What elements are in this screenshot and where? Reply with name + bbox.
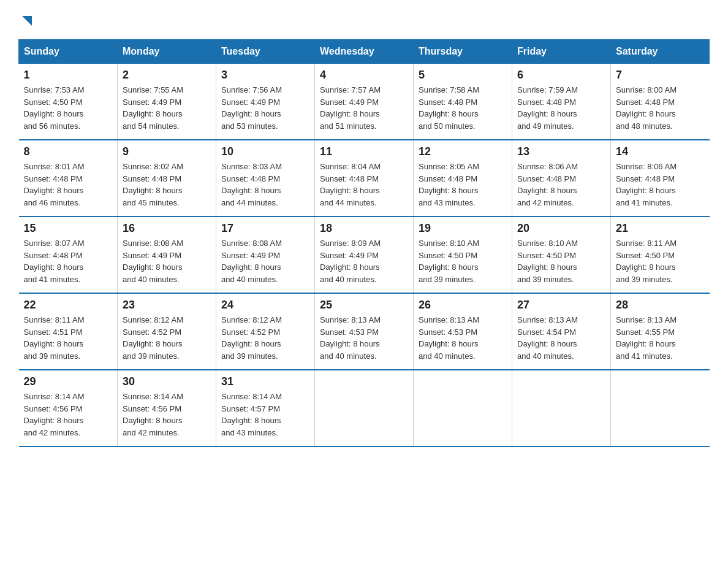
day-number: 4 — [320, 69, 408, 82]
calendar-cell: 22Sunrise: 8:11 AM Sunset: 4:51 PM Dayli… — [19, 293, 118, 370]
day-number: 13 — [517, 145, 605, 158]
calendar-cell: 5Sunrise: 7:58 AM Sunset: 4:48 PM Daylig… — [414, 64, 512, 140]
day-number: 6 — [517, 69, 605, 82]
calendar-cell: 2Sunrise: 7:55 AM Sunset: 4:49 PM Daylig… — [118, 64, 216, 140]
calendar-cell: 25Sunrise: 8:13 AM Sunset: 4:53 PM Dayli… — [315, 293, 414, 370]
day-info: Sunrise: 8:01 AM Sunset: 4:48 PM Dayligh… — [24, 161, 113, 209]
calendar-header-monday: Monday — [118, 40, 216, 64]
calendar-cell: 21Sunrise: 8:11 AM Sunset: 4:50 PM Dayli… — [611, 216, 710, 293]
calendar-week-row: 15Sunrise: 8:07 AM Sunset: 4:48 PM Dayli… — [19, 216, 710, 293]
day-info: Sunrise: 8:03 AM Sunset: 4:48 PM Dayligh… — [221, 161, 309, 209]
day-number: 25 — [320, 299, 408, 312]
day-info: Sunrise: 8:08 AM Sunset: 4:49 PM Dayligh… — [123, 237, 211, 285]
calendar-cell: 16Sunrise: 8:08 AM Sunset: 4:49 PM Dayli… — [118, 216, 216, 293]
calendar-header-wednesday: Wednesday — [315, 40, 414, 64]
calendar-cell: 29Sunrise: 8:14 AM Sunset: 4:56 PM Dayli… — [19, 370, 118, 446]
calendar-cell: 15Sunrise: 8:07 AM Sunset: 4:48 PM Dayli… — [19, 216, 118, 293]
calendar-header-thursday: Thursday — [414, 40, 512, 64]
day-info: Sunrise: 8:11 AM Sunset: 4:51 PM Dayligh… — [24, 314, 113, 362]
day-info: Sunrise: 8:12 AM Sunset: 4:52 PM Dayligh… — [221, 314, 309, 362]
calendar-cell: 26Sunrise: 8:13 AM Sunset: 4:53 PM Dayli… — [414, 293, 512, 370]
day-number: 30 — [123, 375, 211, 388]
day-number: 26 — [419, 299, 507, 312]
day-number: 9 — [123, 145, 211, 158]
day-info: Sunrise: 8:09 AM Sunset: 4:49 PM Dayligh… — [320, 237, 408, 285]
day-info: Sunrise: 8:10 AM Sunset: 4:50 PM Dayligh… — [517, 237, 605, 285]
day-number: 3 — [221, 69, 309, 82]
day-number: 16 — [123, 222, 211, 235]
calendar-cell: 8Sunrise: 8:01 AM Sunset: 4:48 PM Daylig… — [19, 140, 118, 216]
day-info: Sunrise: 7:57 AM Sunset: 4:49 PM Dayligh… — [320, 84, 408, 132]
day-info: Sunrise: 8:12 AM Sunset: 4:52 PM Dayligh… — [123, 314, 211, 362]
calendar-cell: 18Sunrise: 8:09 AM Sunset: 4:49 PM Dayli… — [315, 216, 414, 293]
calendar-cell — [512, 370, 611, 446]
day-info: Sunrise: 7:58 AM Sunset: 4:48 PM Dayligh… — [419, 84, 507, 132]
calendar-cell: 30Sunrise: 8:14 AM Sunset: 4:56 PM Dayli… — [118, 370, 216, 446]
logo — [18, 12, 33, 27]
day-info: Sunrise: 8:07 AM Sunset: 4:48 PM Dayligh… — [24, 237, 113, 285]
day-number: 17 — [221, 222, 309, 235]
day-number: 31 — [221, 375, 309, 388]
calendar-cell — [315, 370, 414, 446]
day-info: Sunrise: 8:05 AM Sunset: 4:48 PM Dayligh… — [419, 161, 507, 209]
calendar-cell — [414, 370, 512, 446]
day-info: Sunrise: 8:08 AM Sunset: 4:49 PM Dayligh… — [221, 237, 309, 285]
calendar-week-row: 1Sunrise: 7:53 AM Sunset: 4:50 PM Daylig… — [19, 64, 710, 140]
calendar-cell: 24Sunrise: 8:12 AM Sunset: 4:52 PM Dayli… — [216, 293, 315, 370]
day-info: Sunrise: 7:55 AM Sunset: 4:49 PM Dayligh… — [123, 84, 211, 132]
svg-marker-0 — [22, 16, 32, 26]
day-info: Sunrise: 7:56 AM Sunset: 4:49 PM Dayligh… — [221, 84, 309, 132]
calendar-cell: 19Sunrise: 8:10 AM Sunset: 4:50 PM Dayli… — [414, 216, 512, 293]
day-number: 15 — [24, 222, 113, 235]
day-number: 19 — [419, 222, 507, 235]
calendar-cell: 14Sunrise: 8:06 AM Sunset: 4:48 PM Dayli… — [611, 140, 710, 216]
day-number: 21 — [616, 222, 705, 235]
calendar-week-row: 29Sunrise: 8:14 AM Sunset: 4:56 PM Dayli… — [19, 370, 710, 446]
calendar-header-tuesday: Tuesday — [216, 40, 315, 64]
day-number: 2 — [123, 69, 211, 82]
page-header — [18, 12, 710, 27]
calendar-cell: 9Sunrise: 8:02 AM Sunset: 4:48 PM Daylig… — [118, 140, 216, 216]
calendar-cell: 28Sunrise: 8:13 AM Sunset: 4:55 PM Dayli… — [611, 293, 710, 370]
day-info: Sunrise: 8:13 AM Sunset: 4:53 PM Dayligh… — [320, 314, 408, 362]
calendar-cell: 27Sunrise: 8:13 AM Sunset: 4:54 PM Dayli… — [512, 293, 611, 370]
calendar-cell: 17Sunrise: 8:08 AM Sunset: 4:49 PM Dayli… — [216, 216, 315, 293]
day-info: Sunrise: 8:13 AM Sunset: 4:55 PM Dayligh… — [616, 314, 705, 362]
calendar-header-sunday: Sunday — [19, 40, 118, 64]
day-number: 5 — [419, 69, 507, 82]
day-info: Sunrise: 8:06 AM Sunset: 4:48 PM Dayligh… — [616, 161, 705, 209]
day-info: Sunrise: 7:53 AM Sunset: 4:50 PM Dayligh… — [24, 84, 113, 132]
calendar-cell: 23Sunrise: 8:12 AM Sunset: 4:52 PM Dayli… — [118, 293, 216, 370]
calendar-cell: 7Sunrise: 8:00 AM Sunset: 4:48 PM Daylig… — [611, 64, 710, 140]
calendar-cell: 10Sunrise: 8:03 AM Sunset: 4:48 PM Dayli… — [216, 140, 315, 216]
day-info: Sunrise: 8:11 AM Sunset: 4:50 PM Dayligh… — [616, 237, 705, 285]
calendar-cell: 12Sunrise: 8:05 AM Sunset: 4:48 PM Dayli… — [414, 140, 512, 216]
day-number: 18 — [320, 222, 408, 235]
calendar-header-row: SundayMondayTuesdayWednesdayThursdayFrid… — [19, 40, 710, 64]
calendar-week-row: 22Sunrise: 8:11 AM Sunset: 4:51 PM Dayli… — [19, 293, 710, 370]
day-number: 14 — [616, 145, 705, 158]
day-info: Sunrise: 8:02 AM Sunset: 4:48 PM Dayligh… — [123, 161, 211, 209]
calendar-cell: 11Sunrise: 8:04 AM Sunset: 4:48 PM Dayli… — [315, 140, 414, 216]
calendar-cell — [611, 370, 710, 446]
calendar-header-friday: Friday — [512, 40, 611, 64]
calendar-header-saturday: Saturday — [611, 40, 710, 64]
day-info: Sunrise: 8:14 AM Sunset: 4:56 PM Dayligh… — [123, 391, 211, 439]
day-number: 11 — [320, 145, 408, 158]
day-number: 29 — [24, 375, 113, 388]
calendar-cell: 3Sunrise: 7:56 AM Sunset: 4:49 PM Daylig… — [216, 64, 315, 140]
calendar-week-row: 8Sunrise: 8:01 AM Sunset: 4:48 PM Daylig… — [19, 140, 710, 216]
logo-triangle-icon — [20, 13, 33, 27]
calendar-cell: 13Sunrise: 8:06 AM Sunset: 4:48 PM Dayli… — [512, 140, 611, 216]
day-info: Sunrise: 8:14 AM Sunset: 4:57 PM Dayligh… — [221, 391, 309, 439]
calendar-cell: 20Sunrise: 8:10 AM Sunset: 4:50 PM Dayli… — [512, 216, 611, 293]
day-number: 20 — [517, 222, 605, 235]
day-number: 22 — [24, 299, 113, 312]
day-info: Sunrise: 8:06 AM Sunset: 4:48 PM Dayligh… — [517, 161, 605, 209]
day-number: 12 — [419, 145, 507, 158]
day-info: Sunrise: 8:13 AM Sunset: 4:54 PM Dayligh… — [517, 314, 605, 362]
day-number: 7 — [616, 69, 705, 82]
day-info: Sunrise: 8:00 AM Sunset: 4:48 PM Dayligh… — [616, 84, 705, 132]
day-number: 10 — [221, 145, 309, 158]
calendar-cell: 6Sunrise: 7:59 AM Sunset: 4:48 PM Daylig… — [512, 64, 611, 140]
